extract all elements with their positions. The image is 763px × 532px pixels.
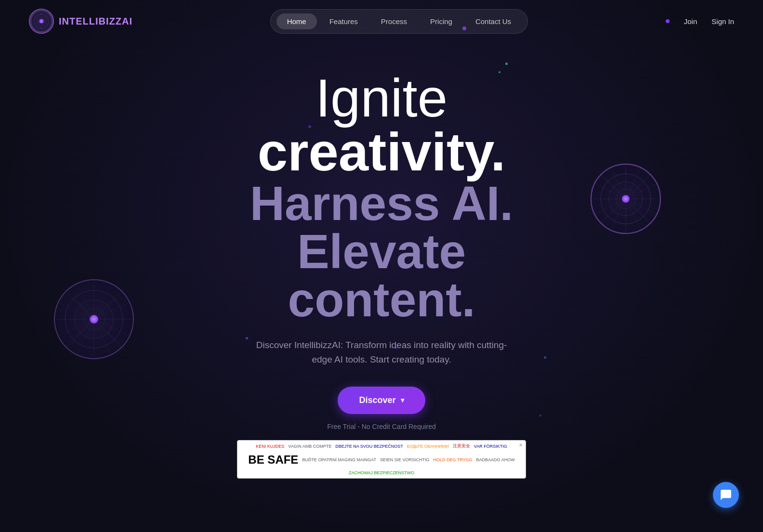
hero-line3: Harness AI. [10, 179, 753, 227]
hero-section: Ignite creativity. Harness AI. Elevate c… [0, 42, 763, 498]
svg-line-6 [38, 12, 46, 31]
svg-line-2 [33, 13, 49, 29]
hero-line2: creativity. [10, 125, 753, 179]
nav-signin-button[interactable]: Sign In [711, 17, 734, 26]
hero-line4: Elevate [10, 227, 753, 275]
nav-pricing[interactable]: Pricing [420, 13, 463, 29]
nav-contact[interactable]: Contact Us [465, 13, 522, 29]
svg-line-3 [33, 13, 49, 29]
nav-home[interactable]: Home [276, 13, 317, 29]
hero-headline: Ignite creativity. Harness AI. Elevate c… [10, 71, 753, 324]
svg-line-4 [32, 17, 52, 26]
svg-point-9 [34, 14, 49, 28]
hero-line5: content. [10, 275, 753, 324]
free-trial-text: Free Trial - No Credit Card Required [10, 423, 753, 430]
discover-label: Discover [359, 395, 395, 405]
hero-line1: Ignite [10, 71, 753, 125]
chevron-down-icon: ▾ [401, 396, 404, 404]
logo[interactable]: INTELLIBIZZAI [29, 9, 132, 34]
ad-close[interactable]: ✕ [519, 442, 523, 448]
hero-subtitle: Discover IntellibizzAI: Transform ideas … [247, 338, 516, 367]
navbar: INTELLIBIZZAI Home Features Process Pric… [0, 0, 763, 42]
chat-button[interactable] [713, 482, 739, 508]
nav-dot [666, 19, 670, 23]
svg-line-5 [32, 17, 52, 26]
svg-point-11 [39, 18, 44, 24]
svg-point-10 [38, 17, 46, 26]
nav-features[interactable]: Features [319, 13, 368, 29]
nav-right: Join Sign In [666, 17, 734, 26]
nav-join-button[interactable]: Join [684, 17, 697, 26]
discover-button[interactable]: Discover ▾ [338, 387, 425, 414]
svg-point-12 [39, 19, 43, 23]
nav-links: Home Features Process Pricing Contact Us [270, 9, 528, 34]
ad-banner: ✕ KENI KUJDES VAGIN AMB COMPTE DBEJTE NA… [237, 440, 526, 479]
logo-text: INTELLIBIZZAI [59, 16, 132, 27]
svg-line-7 [38, 12, 46, 31]
logo-eye-icon [29, 9, 54, 34]
nav-process[interactable]: Process [370, 13, 418, 29]
svg-point-8 [31, 11, 52, 32]
cta-wrapper: Discover ▾ [10, 387, 753, 414]
